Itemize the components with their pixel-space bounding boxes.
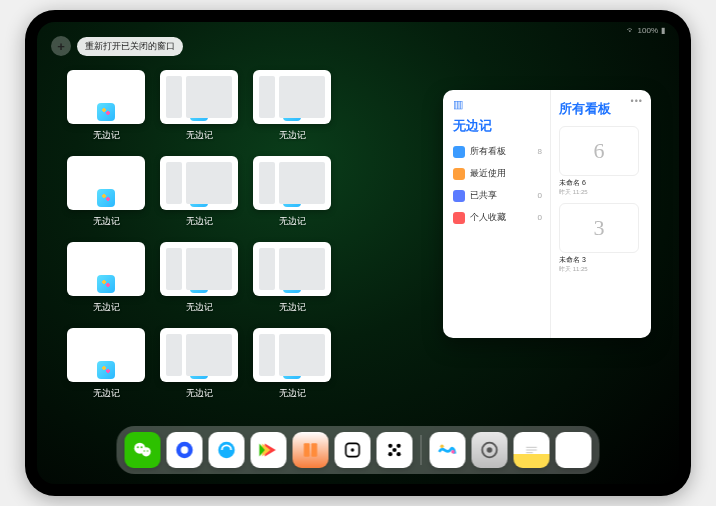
freeform-app-icon (97, 189, 115, 207)
wifi-icon: ᯤ (627, 26, 635, 35)
panel-content: 所有看板 6未命名 6昨天 11:253未命名 3昨天 11:25 (551, 90, 651, 338)
dock (117, 426, 600, 474)
sidebar-menu-item[interactable]: 已共享0 (453, 189, 542, 202)
thumb-preview (67, 70, 145, 124)
dock-settings-icon[interactable] (472, 432, 508, 468)
thumb-label: 无边记 (186, 215, 213, 228)
panel-sidebar: ▥ 无边记 所有看板8最近使用已共享0个人收藏0 (443, 90, 551, 338)
board-timestamp: 昨天 11:25 (559, 188, 639, 197)
svg-point-1 (142, 447, 151, 456)
thumb-label: 无边记 (93, 387, 120, 400)
thumb-label: 无边记 (279, 215, 306, 228)
board-card[interactable]: 3未命名 3昨天 11:25 (559, 203, 639, 274)
menu-item-icon (453, 212, 465, 224)
menu-item-count: 8 (538, 147, 542, 156)
board-card[interactable]: 6未命名 6昨天 11:25 (559, 126, 639, 197)
thumb-label: 无边记 (186, 387, 213, 400)
dock-video-play-icon[interactable] (251, 432, 287, 468)
svg-point-24 (487, 447, 493, 453)
freeform-app-icon (283, 103, 301, 121)
thumb-label: 无边记 (93, 215, 120, 228)
dock-wechat-icon[interactable] (125, 432, 161, 468)
svg-point-19 (397, 452, 401, 456)
board-timestamp: 昨天 11:25 (559, 265, 639, 274)
menu-item-label: 已共享 (470, 189, 497, 202)
svg-point-18 (388, 452, 392, 456)
panel-title: 无边记 (453, 117, 542, 135)
freeform-app-icon (97, 361, 115, 379)
window-thumb[interactable]: 无边记 (67, 70, 145, 142)
tablet-frame: ᯤ 100% ▮ + 重新打开已关闭的窗口 无边记无边记无边记无边记无边记无边记… (25, 10, 691, 496)
freeform-app-icon (283, 275, 301, 293)
thumb-preview (67, 242, 145, 296)
svg-point-8 (218, 442, 235, 459)
menu-item-label: 所有看板 (470, 145, 506, 158)
window-thumb[interactable]: 无边记 (160, 156, 238, 228)
svg-point-15 (351, 448, 354, 451)
thumb-preview (160, 242, 238, 296)
thumb-label: 无边记 (186, 301, 213, 314)
window-thumb[interactable]: 无边记 (67, 242, 145, 314)
thumb-preview (253, 328, 331, 382)
dock-tencent-video-icon[interactable] (167, 432, 203, 468)
window-thumb[interactable]: 无边记 (160, 328, 238, 400)
freeform-app-icon (97, 103, 115, 121)
svg-point-20 (392, 448, 396, 452)
freeform-app-icon (283, 361, 301, 379)
board-thumbnail: 3 (559, 203, 639, 253)
svg-point-2 (137, 446, 139, 448)
window-thumb[interactable]: 无边记 (160, 70, 238, 142)
reopen-closed-window-button[interactable]: 重新打开已关闭的窗口 (77, 37, 183, 56)
dock-game-dice-icon[interactable] (335, 432, 371, 468)
more-icon[interactable]: ••• (631, 96, 643, 106)
menu-item-icon (453, 190, 465, 202)
dock-notes-icon[interactable] (514, 432, 550, 468)
thumb-preview (253, 242, 331, 296)
menu-item-icon (453, 146, 465, 158)
board-label: 未命名 6 (559, 178, 639, 188)
window-thumb[interactable]: 无边记 (67, 328, 145, 400)
dock-qq-browser-icon[interactable] (209, 432, 245, 468)
thumb-preview (67, 156, 145, 210)
window-thumb[interactable]: 无边记 (160, 242, 238, 314)
dock-freeform-icon[interactable] (430, 432, 466, 468)
window-grid: 无边记无边记无边记无边记无边记无边记无边记无边记无边记无边记无边记无边记 (67, 70, 427, 400)
freeform-app-icon (283, 189, 301, 207)
svg-point-3 (141, 446, 143, 448)
svg-point-7 (181, 446, 188, 453)
thumb-preview (160, 328, 238, 382)
sidebar-menu-item[interactable]: 最近使用 (453, 167, 542, 180)
svg-point-4 (144, 450, 145, 451)
dock-app-dots-icon[interactable] (377, 432, 413, 468)
thumb-label: 无边记 (279, 387, 306, 400)
svg-point-22 (451, 450, 455, 454)
screen: ᯤ 100% ▮ + 重新打开已关闭的窗口 无边记无边记无边记无边记无边记无边记… (37, 22, 679, 484)
window-thumb[interactable]: 无边记 (253, 70, 331, 142)
dock-app-library-icon[interactable] (556, 432, 592, 468)
status-bar: ᯤ 100% ▮ (627, 26, 665, 35)
thumb-label: 无边记 (186, 129, 213, 142)
thumb-preview (67, 328, 145, 382)
thumb-preview (160, 70, 238, 124)
svg-point-5 (147, 450, 148, 451)
window-thumb[interactable]: 无边记 (253, 328, 331, 400)
thumb-label: 无边记 (93, 129, 120, 142)
menu-item-count: 0 (538, 191, 542, 200)
window-thumb[interactable]: 无边记 (253, 242, 331, 314)
battery-label: 100% (638, 26, 658, 35)
sidebar-toggle-icon[interactable]: ▥ (453, 98, 542, 111)
thumb-label: 无边记 (279, 301, 306, 314)
freeform-app-icon (190, 103, 208, 121)
thumb-preview (253, 156, 331, 210)
thumb-preview (253, 70, 331, 124)
dock-books-icon[interactable] (293, 432, 329, 468)
thumb-preview (160, 156, 238, 210)
menu-item-icon (453, 168, 465, 180)
sidebar-menu-item[interactable]: 所有看板8 (453, 145, 542, 158)
new-window-button[interactable]: + (51, 36, 71, 56)
sidebar-menu-item[interactable]: 个人收藏0 (453, 211, 542, 224)
menu-item-count: 0 (538, 213, 542, 222)
thumb-label: 无边记 (93, 301, 120, 314)
window-thumb[interactable]: 无边记 (253, 156, 331, 228)
window-thumb[interactable]: 无边记 (67, 156, 145, 228)
